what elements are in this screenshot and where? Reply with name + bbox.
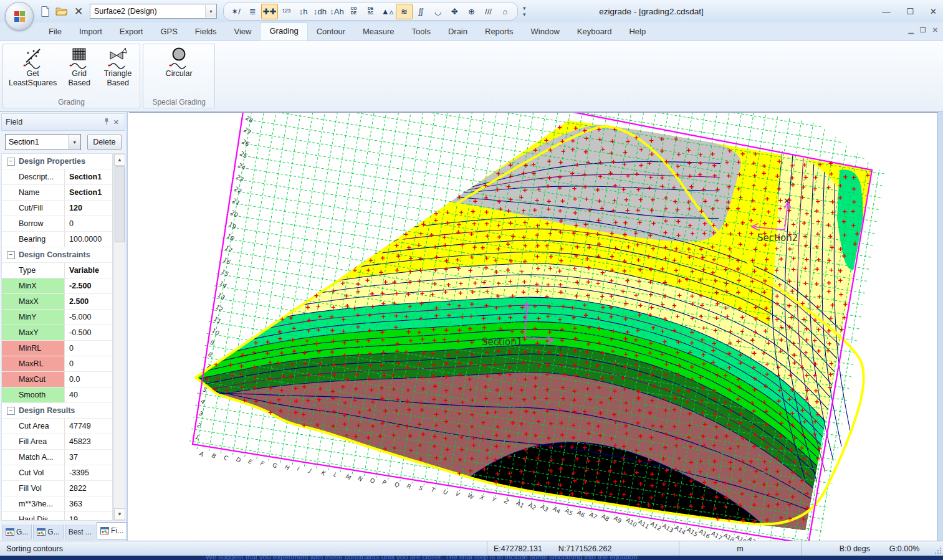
collapse-icon[interactable]: − <box>7 407 15 415</box>
maximize-button[interactable]: ☐ <box>906 7 914 16</box>
property-row[interactable]: Cut/Fill120 <box>2 201 112 216</box>
chevron-down-icon[interactable]: ▼ <box>69 135 80 149</box>
property-row[interactable]: MaxX2.500 <box>2 294 112 310</box>
map-canvas[interactable]: 1234567891011121314151617181920212223242… <box>129 113 937 541</box>
dock-tab[interactable]: G... <box>2 524 32 539</box>
hatch-icon[interactable]: /// <box>480 4 497 19</box>
triangle-based-button[interactable]: Triangle Based <box>98 45 137 97</box>
mdi-close-icon[interactable]: ✕ <box>932 26 938 34</box>
design-height-icon[interactable]: ↕Ah <box>328 4 345 19</box>
draw-points-icon[interactable]: ✶/ <box>227 4 244 19</box>
property-row[interactable]: Fill Area45823 <box>2 434 112 450</box>
circular-button[interactable]: Circular <box>146 45 212 97</box>
section-header[interactable]: −Design Constraints <box>2 247 112 263</box>
svg-text:27: 27 <box>242 126 252 136</box>
ribbon-group-grading: Get LeastSquares Grid Based <box>2 44 140 108</box>
property-grid: −Design PropertiesDescript...Section1Nam… <box>1 153 113 521</box>
pin-icon[interactable] <box>102 118 112 126</box>
svg-text:A: A <box>198 450 206 458</box>
scroll-thumb[interactable] <box>115 166 125 242</box>
contours-icon[interactable]: ≋ <box>396 4 413 19</box>
property-row[interactable]: Smooth40 <box>2 387 112 403</box>
open-file-icon[interactable] <box>54 4 69 19</box>
resize-grip[interactable] <box>934 546 942 554</box>
menu-keyboard[interactable]: Keyboard <box>568 24 621 40</box>
menu-import[interactable]: Import <box>70 24 111 40</box>
point-numbers-icon[interactable]: ¹²³ <box>278 4 295 19</box>
menu-file[interactable]: File <box>40 24 70 40</box>
close-button[interactable]: ✕ <box>930 7 937 16</box>
property-row[interactable]: Fill Vol2822 <box>2 481 112 496</box>
property-row[interactable]: MinX-2.500 <box>2 278 112 294</box>
property-row[interactable]: NameSection1 <box>2 185 112 201</box>
menu-gps[interactable]: GPS <box>151 24 186 40</box>
scroll-down-icon[interactable]: ▼ <box>114 508 125 520</box>
background-window-strip: We suggest that you experiment with thes… <box>0 556 943 560</box>
close-surface-icon[interactable]: ✕ <box>71 4 86 19</box>
property-row[interactable]: m**3/he...363 <box>2 496 112 512</box>
colored-profile-icon[interactable]: ≣ <box>244 4 261 19</box>
menu-drain[interactable]: Drain <box>439 24 476 40</box>
menu-grading[interactable]: Grading <box>260 22 307 40</box>
menu-contour[interactable]: Contour <box>308 24 354 40</box>
status-bearing: B:0 degs <box>802 541 876 556</box>
flow-lines-icon[interactable]: ∬ <box>413 4 429 19</box>
property-row[interactable]: Bearing100.0000 <box>2 232 112 247</box>
minimize-button[interactable]: — <box>882 7 890 16</box>
property-row[interactable]: Cut Vol-3395 <box>2 465 112 481</box>
panel-close-icon[interactable]: ✕ <box>112 118 121 126</box>
menu-window[interactable]: Window <box>522 24 568 40</box>
get-leastsquares-button[interactable]: Get LeastSquares <box>6 45 60 97</box>
dock-tab[interactable]: Best ... <box>65 524 95 539</box>
menu-tools[interactable]: Tools <box>403 24 439 40</box>
height-label-icon[interactable]: ↕h <box>295 4 312 19</box>
mdi-minimize-icon[interactable]: ▁ <box>908 26 913 34</box>
mdi-restore-icon[interactable]: ❐ <box>920 26 926 34</box>
triangles-icon[interactable]: ▲▵ <box>379 4 396 19</box>
description-label-icon[interactable]: DESC <box>362 4 379 19</box>
show-points-icon[interactable]: ✚✚ <box>261 4 278 19</box>
property-row[interactable]: TypeVariable <box>2 263 112 278</box>
dock-tab[interactable]: G... <box>33 524 63 539</box>
property-row[interactable]: Descript...Section1 <box>2 169 112 185</box>
property-row[interactable]: Cut Area47749 <box>2 419 112 434</box>
svg-text:15: 15 <box>220 268 230 278</box>
app-menu-orb[interactable] <box>5 2 34 31</box>
section-header[interactable]: −Design Properties <box>2 154 112 169</box>
property-row[interactable]: Borrow0 <box>2 216 112 232</box>
collapse-icon[interactable]: − <box>7 158 15 166</box>
field-selector[interactable]: Section1 ▼ <box>5 134 81 150</box>
section-header[interactable]: −Design Results <box>2 403 112 419</box>
svg-text:E: E <box>247 458 254 466</box>
property-row[interactable]: MaxY-0.500 <box>2 325 112 341</box>
property-row[interactable]: MaxCut0.0 <box>2 372 112 387</box>
menu-help[interactable]: Help <box>620 24 654 40</box>
scrollbar[interactable]: ▲ ▼ <box>113 153 125 521</box>
property-row[interactable]: Haul Dis...19 <box>2 512 112 521</box>
zoom-extents-icon[interactable]: ✥ <box>446 4 463 19</box>
collapse-icon[interactable]: − <box>7 251 15 259</box>
menu-export[interactable]: Export <box>111 24 152 40</box>
delta-height-icon[interactable]: ↕dh <box>312 4 328 19</box>
scroll-up-icon[interactable]: ▲ <box>114 154 125 166</box>
catchment-icon[interactable]: ◡ <box>429 4 446 19</box>
property-row[interactable]: MaxRL0 <box>2 356 112 372</box>
home-view-icon[interactable]: ⌂ <box>497 4 514 19</box>
menu-measure[interactable]: Measure <box>354 24 403 40</box>
code-label-icon[interactable]: CODE <box>345 4 362 19</box>
surface-selector[interactable]: Surface2 (Design) ▼ <box>90 4 217 19</box>
zoom-window-icon[interactable]: ⊕ <box>463 4 480 19</box>
menu-view[interactable]: View <box>226 24 261 40</box>
svg-text:H: H <box>284 463 291 472</box>
property-row[interactable]: Match A...37 <box>2 450 112 465</box>
grid-based-button[interactable]: Grid Based <box>60 45 98 97</box>
property-row[interactable]: MinRL0 <box>2 341 112 356</box>
dock-tab[interactable]: Fi... <box>97 522 127 539</box>
chevron-down-icon[interactable]: ▼ <box>205 5 216 17</box>
menu-reports[interactable]: Reports <box>476 24 522 40</box>
property-row[interactable]: MinY-5.000 <box>2 310 112 325</box>
delete-button[interactable]: Delete <box>87 135 122 150</box>
menu-fields[interactable]: Fields <box>186 24 226 40</box>
new-file-icon[interactable] <box>37 4 52 19</box>
toolbar-overflow-icon[interactable]: ▾▾ <box>523 5 526 17</box>
